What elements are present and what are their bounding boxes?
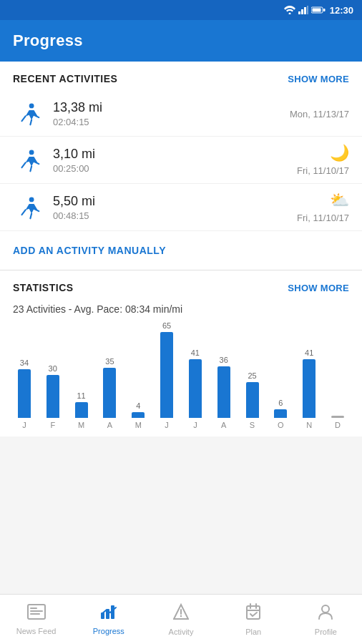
chart-label: D xyxy=(323,421,352,429)
svg-rect-13 xyxy=(30,610,43,612)
bar xyxy=(189,359,202,418)
chart-label: F xyxy=(39,421,67,429)
running-figure-icon xyxy=(16,102,40,126)
statistics-show-more[interactable]: SHOW MORE xyxy=(288,283,349,293)
activity-distance-3: 5,50 mi xyxy=(53,194,297,209)
running-figure-icon xyxy=(16,195,40,220)
profile-icon xyxy=(318,603,333,625)
statistics-title: STATISTICS xyxy=(13,282,74,293)
status-time: 12:30 xyxy=(330,5,353,16)
nav-label-activity: Activity xyxy=(169,628,194,636)
main-content: RECENT ACTIVITIES SHOW MORE 13,38 mi 02:… xyxy=(0,62,362,436)
chart-column: 65 xyxy=(152,321,181,418)
bar-value: 41 xyxy=(305,348,313,357)
status-bar: 12:30 xyxy=(0,0,362,20)
app-header: Progress xyxy=(0,20,362,62)
nav-item-news-feed[interactable]: News Feed xyxy=(0,604,72,635)
bar-value: 11 xyxy=(77,391,85,400)
chart-label: J xyxy=(10,421,39,429)
chart-label: J xyxy=(152,421,181,429)
nav-item-profile[interactable]: Profile xyxy=(290,603,362,636)
weather-icon-2: 🌙 xyxy=(330,144,349,162)
recent-activities-header: RECENT ACTIVITIES SHOW MORE xyxy=(0,62,362,92)
chart-container: 34301135465413625641 JFMAMJJASOND xyxy=(0,325,362,436)
activity-duration-2: 00:25:00 xyxy=(53,163,297,174)
svg-rect-12 xyxy=(30,608,37,609)
activity-right-2: 🌙 Fri, 11/10/17 xyxy=(297,144,349,176)
battery-icon xyxy=(311,6,326,14)
nav-item-activity[interactable]: Activity xyxy=(145,603,217,636)
bar xyxy=(246,382,259,418)
chart-column: 4 xyxy=(124,401,152,418)
chart-labels: JFMAMJJASOND xyxy=(7,418,355,429)
chart-label: M xyxy=(124,421,152,429)
bar xyxy=(47,375,59,418)
statistics-section: STATISTICS SHOW MORE 23 Activities - Avg… xyxy=(0,270,362,436)
chart-label: A xyxy=(95,421,124,429)
page-title: Progress xyxy=(13,31,83,50)
bar-dash xyxy=(331,416,344,418)
activity-distance-2: 3,10 mi xyxy=(53,147,297,162)
news-feed-icon xyxy=(27,604,46,624)
bar-value: 30 xyxy=(49,364,57,373)
chart-column: 30 xyxy=(39,364,67,418)
chart-column: 6 xyxy=(266,399,295,418)
chart-column xyxy=(323,414,352,418)
svg-point-9 xyxy=(29,150,34,155)
bar xyxy=(160,332,173,418)
chart-bars: 34301135465413625641 xyxy=(7,325,355,418)
svg-point-20 xyxy=(180,615,182,616)
bar xyxy=(18,369,31,418)
run-icon-3 xyxy=(13,192,43,223)
chart-label: J xyxy=(181,421,210,429)
run-icon-2 xyxy=(13,145,43,175)
activity-row: 3,10 mi 00:25:00 🌙 Fri, 11/10/17 xyxy=(0,137,362,184)
bar xyxy=(132,412,145,418)
running-figure-icon xyxy=(16,148,40,172)
add-activity-section[interactable]: ADD AN ACTIVITY MANUALLY xyxy=(0,231,362,270)
svg-point-0 xyxy=(288,13,290,15)
activity-date-2: Fri, 11/10/17 xyxy=(297,165,349,176)
activity-info-3: 5,50 mi 00:48:15 xyxy=(53,194,297,221)
activity-row: 13,38 mi 02:04:15 Mon, 11/13/17 xyxy=(0,92,362,137)
activity-icon xyxy=(173,603,189,625)
svg-rect-6 xyxy=(312,9,321,12)
bar xyxy=(217,366,230,418)
nav-label-news-feed: News Feed xyxy=(16,627,57,635)
activity-date-1: Mon, 11/13/17 xyxy=(290,109,349,119)
chart-column: 35 xyxy=(95,357,124,418)
chart-label: M xyxy=(67,421,96,429)
activity-right-1: Mon, 11/13/17 xyxy=(290,109,349,119)
run-icon-1 xyxy=(13,99,43,129)
bar-value: 4 xyxy=(136,401,140,410)
bar-value: 65 xyxy=(162,321,171,330)
svg-rect-1 xyxy=(298,11,300,14)
nav-item-progress[interactable]: Progress xyxy=(72,604,145,635)
bar-value: 36 xyxy=(220,356,228,364)
nav-item-plan[interactable]: Plan xyxy=(217,603,290,636)
activity-right-3: ⛅ Fri, 11/10/17 xyxy=(297,191,349,223)
bar-value: 41 xyxy=(191,348,200,357)
nav-label-plan: Plan xyxy=(245,628,261,636)
bar-value: 6 xyxy=(278,399,283,407)
svg-rect-14 xyxy=(30,613,40,615)
status-icons xyxy=(284,6,326,14)
svg-rect-3 xyxy=(304,7,306,14)
weather-icon-3: ⛅ xyxy=(330,191,349,210)
chart-column: 34 xyxy=(10,358,39,418)
svg-rect-21 xyxy=(247,606,260,619)
chart-column: 41 xyxy=(181,348,210,418)
nav-label-progress: Progress xyxy=(93,627,124,635)
chart-label: O xyxy=(266,421,295,429)
signal-icon xyxy=(298,6,308,14)
chart-label: S xyxy=(238,421,267,429)
add-activity-label[interactable]: ADD AN ACTIVITY MANUALLY xyxy=(13,245,166,256)
bar xyxy=(303,359,315,418)
chart-label: A xyxy=(210,421,238,429)
recent-activities-title: RECENT ACTIVITIES xyxy=(13,73,117,84)
bar xyxy=(75,402,88,418)
recent-activities-show-more[interactable]: SHOW MORE xyxy=(288,74,349,84)
svg-rect-4 xyxy=(307,6,308,14)
bottom-nav: News Feed Progress Activity xyxy=(0,594,362,644)
svg-point-25 xyxy=(322,605,329,613)
